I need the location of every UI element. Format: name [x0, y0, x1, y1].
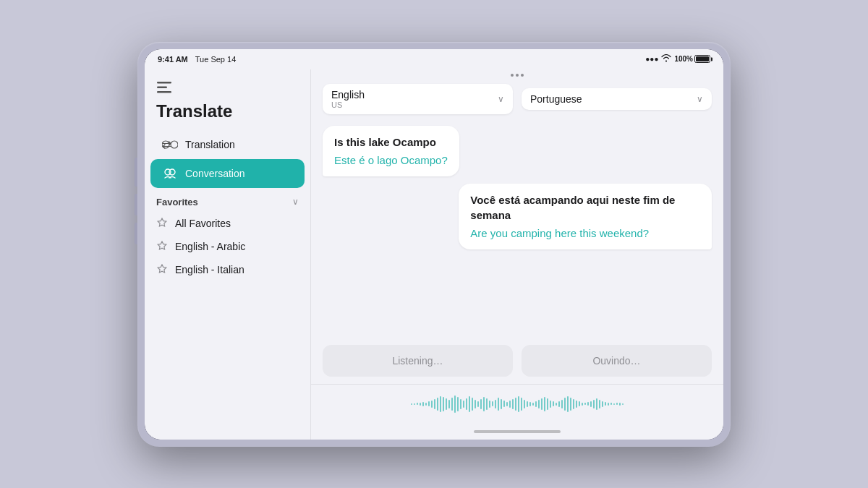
- waveform-area: [311, 384, 723, 424]
- star-icon-italian: [156, 264, 168, 275]
- ipad-device: 9:41 AM Tue Sep 14 ●●● 100%: [137, 42, 731, 447]
- signal-icon: ●●●: [645, 55, 658, 63]
- source-lang-name: English: [331, 89, 365, 100]
- translation-icon: ⇄: [162, 137, 178, 153]
- message-bubble-left-1[interactable]: Is this lake Ocampo Este é o lago Ocampo…: [323, 126, 459, 176]
- original-text-2: Você está acampando aqui neste fim de se…: [470, 192, 700, 223]
- battery-pct: 100%: [674, 55, 693, 63]
- power-button[interactable]: [135, 158, 137, 187]
- wifi-icon: [661, 54, 671, 64]
- sidebar-header: [145, 77, 310, 101]
- source-lang-chevron: ∨: [498, 94, 504, 104]
- svg-rect-1: [157, 86, 167, 88]
- status-date: Tue Sep 14: [195, 55, 236, 64]
- status-time: 9:41 AM: [158, 55, 188, 64]
- svg-text:⇄: ⇄: [162, 138, 171, 150]
- volume-up-button[interactable]: [135, 194, 137, 215]
- three-dots-menu[interactable]: [511, 74, 524, 77]
- svg-rect-2: [157, 91, 171, 93]
- target-lang-chevron: ∨: [697, 94, 703, 104]
- sidebar: Translate ⇄ Translation: [145, 69, 311, 440]
- listening-left-button[interactable]: Listening…: [323, 345, 513, 377]
- favorites-english-italian[interactable]: English - Italian: [145, 258, 310, 281]
- source-lang-sub: US: [331, 100, 365, 109]
- battery-icon: 100%: [674, 55, 710, 63]
- sidebar-toggle-icon[interactable]: [156, 80, 172, 95]
- home-bar: [474, 430, 561, 433]
- sidebar-item-conversation[interactable]: Conversation: [150, 159, 305, 188]
- listening-bar: Listening… Ouvindo…: [311, 339, 723, 384]
- status-bar: 9:41 AM Tue Sep 14 ●●● 100%: [145, 49, 723, 69]
- dot-1: [511, 74, 514, 77]
- message-bubble-right-1[interactable]: Você está acampando aqui neste fim de se…: [459, 184, 712, 249]
- dot-3: [521, 74, 524, 77]
- status-icons: ●●● 100%: [645, 54, 710, 64]
- listening-right-button[interactable]: Ouvindo…: [522, 345, 712, 377]
- favorites-english-arabic[interactable]: English - Arabic: [145, 235, 310, 258]
- svg-point-7: [169, 169, 175, 175]
- ipad-screen: 9:41 AM Tue Sep 14 ●●● 100%: [145, 49, 723, 440]
- conversation-label: Conversation: [185, 168, 245, 179]
- top-bar: [311, 69, 723, 80]
- translated-text-1: Este é o lago Ocampo?: [334, 153, 448, 168]
- listening-right-label: Ouvindo…: [592, 355, 640, 367]
- audio-waveform: [411, 393, 624, 415]
- svg-point-5: [171, 141, 178, 148]
- english-arabic-label: English - Arabic: [175, 241, 245, 252]
- favorites-section-header[interactable]: Favorites ∨: [145, 188, 310, 212]
- app-screen: 9:41 AM Tue Sep 14 ●●● 100%: [145, 49, 723, 440]
- sidebar-item-translation[interactable]: ⇄ Translation: [150, 130, 305, 159]
- chat-area: Is this lake Ocampo Este é o lago Ocampo…: [311, 121, 723, 339]
- volume-down-button[interactable]: [135, 223, 137, 244]
- home-indicator[interactable]: [311, 424, 723, 440]
- language-bar: English US ∨ Portuguese ∨: [311, 80, 723, 121]
- star-icon-all: [156, 218, 168, 229]
- favorites-chevron: ∨: [292, 197, 299, 207]
- english-italian-label: English - Italian: [175, 264, 244, 275]
- star-icon-arabic: [156, 241, 168, 252]
- target-language-selector[interactable]: Portuguese ∨: [522, 88, 712, 110]
- translation-panel: English US ∨ Portuguese ∨: [311, 69, 723, 440]
- dot-2: [516, 74, 519, 77]
- translation-label: Translation: [185, 139, 235, 150]
- all-favorites-label: All Favorites: [175, 218, 231, 229]
- translated-text-2: Are you camping here this weekend?: [470, 226, 700, 241]
- target-lang-name: Portuguese: [530, 93, 582, 105]
- original-text-1: Is this lake Ocampo: [334, 134, 448, 150]
- favorites-all[interactable]: All Favorites: [145, 212, 310, 235]
- listening-left-label: Listening…: [392, 355, 443, 367]
- main-content: Translate ⇄ Translation: [145, 69, 723, 440]
- svg-rect-0: [157, 82, 171, 84]
- favorites-title: Favorites: [156, 197, 198, 207]
- app-title: Translate: [145, 101, 310, 130]
- source-language-selector[interactable]: English US ∨: [323, 84, 513, 114]
- conversation-icon: [162, 166, 178, 181]
